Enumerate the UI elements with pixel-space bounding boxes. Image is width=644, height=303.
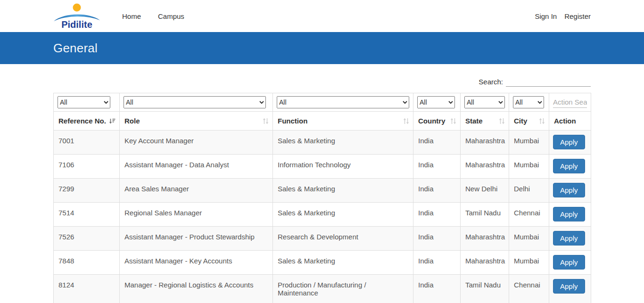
cell-city: Delhi xyxy=(509,179,549,203)
cell-country: India xyxy=(413,203,461,227)
job-row: 7526 Assistant Manager - Product Steward… xyxy=(54,227,591,251)
cell-state: Maharashtra xyxy=(461,227,509,251)
nav-home[interactable]: Home xyxy=(122,12,141,20)
cell-reference: 7001 xyxy=(54,131,120,155)
cell-function: Sales & Marketing xyxy=(273,251,413,275)
cell-reference: 7526 xyxy=(54,227,120,251)
cell-reference: 7514 xyxy=(54,203,120,227)
job-row: 8124 Manager - Regional Logistics & Acco… xyxy=(54,275,591,303)
cell-action: Apply xyxy=(549,227,591,251)
cell-country: India xyxy=(413,275,461,303)
main-content: Search: All All All All All All xyxy=(53,76,591,303)
job-row: 7299 Area Sales Manager Sales & Marketin… xyxy=(54,179,591,203)
cell-role: Assistant Manager - Key Accounts xyxy=(120,251,273,275)
column-label: Role xyxy=(124,117,140,125)
register-link[interactable]: Register xyxy=(564,12,591,20)
cell-reference: 7106 xyxy=(54,155,120,179)
hero-banner: General xyxy=(0,32,644,64)
cell-function: Research & Development xyxy=(273,227,413,251)
cell-function: Sales & Marketing xyxy=(273,179,413,203)
job-row: 7106 Assistant Manager - Data Analyst In… xyxy=(54,155,591,179)
auth-nav: Sign In Register xyxy=(535,12,591,20)
cell-city: Chennai xyxy=(509,203,549,227)
cell-role: Manager - Regional Logistics & Accounts xyxy=(120,275,273,303)
cell-country: India xyxy=(413,179,461,203)
cell-action: Apply xyxy=(549,275,591,303)
reference-filter-select[interactable]: All xyxy=(58,96,110,108)
top-header: Pidilite Home Campus Sign In Register xyxy=(0,0,644,32)
sort-both-icon xyxy=(539,118,545,124)
main-nav: Home Campus xyxy=(122,12,184,20)
sort-both-icon xyxy=(263,118,269,124)
cell-role: Area Sales Manager xyxy=(120,179,273,203)
cell-action: Apply xyxy=(549,251,591,275)
cell-country: India xyxy=(413,227,461,251)
cell-function: Information Technology xyxy=(273,155,413,179)
apply-button[interactable]: Apply xyxy=(553,231,585,246)
cell-action: Apply xyxy=(549,155,591,179)
cell-state: Tamil Nadu xyxy=(461,203,509,227)
apply-button[interactable]: Apply xyxy=(553,255,585,270)
cell-role: Assistant Manager - Data Analyst xyxy=(120,155,273,179)
job-row: 7001 Key Account Manager Sales & Marketi… xyxy=(54,131,591,155)
job-row: 7848 Assistant Manager - Key Accounts Sa… xyxy=(54,251,591,275)
cell-action: Apply xyxy=(549,131,591,155)
country-filter-select[interactable]: All xyxy=(417,96,455,108)
search-input[interactable] xyxy=(506,76,591,87)
city-filter-select[interactable]: All xyxy=(513,96,544,108)
state-filter-select[interactable]: All xyxy=(464,96,505,108)
table-header-row: Reference No. Role xyxy=(54,112,591,131)
cell-reference: 8124 xyxy=(54,275,120,303)
cell-role: Assistant Manager - Product Stewardship xyxy=(120,227,273,251)
column-header-action: Action xyxy=(549,112,591,131)
table-body: 7001 Key Account Manager Sales & Marketi… xyxy=(54,131,591,303)
column-header-city[interactable]: City xyxy=(509,112,549,131)
role-filter-select[interactable]: All xyxy=(124,96,266,108)
cell-country: India xyxy=(413,251,461,275)
apply-button[interactable]: Apply xyxy=(553,135,585,149)
job-row: 7514 Regional Sales Manager Sales & Mark… xyxy=(54,203,591,227)
column-label: City xyxy=(514,117,527,125)
sort-both-icon xyxy=(499,118,505,124)
sort-both-icon xyxy=(450,118,456,124)
cell-city: Chennai xyxy=(509,275,549,303)
column-label: State xyxy=(465,117,483,125)
cell-city: Mumbai xyxy=(509,131,549,155)
filter-row: All All All All All All xyxy=(54,93,591,112)
cell-role: Key Account Manager xyxy=(120,131,273,155)
action-search-input[interactable] xyxy=(553,97,587,108)
cell-state: Tamil Nadu xyxy=(461,275,509,303)
cell-function: Sales & Marketing xyxy=(273,203,413,227)
cell-action: Apply xyxy=(549,179,591,203)
cell-function: Production / Manufacturing / Maintenance xyxy=(273,275,413,303)
function-filter-select[interactable]: All xyxy=(277,96,409,108)
cell-country: India xyxy=(413,131,461,155)
column-label: Action xyxy=(554,117,576,125)
sort-descending-icon xyxy=(109,118,116,124)
cell-country: India xyxy=(413,155,461,179)
sort-both-icon xyxy=(403,118,409,124)
cell-city: Mumbai xyxy=(509,251,549,275)
column-header-reference[interactable]: Reference No. xyxy=(54,112,120,131)
cell-reference: 7848 xyxy=(54,251,120,275)
column-header-role[interactable]: Role xyxy=(120,112,273,131)
apply-button[interactable]: Apply xyxy=(553,207,585,221)
apply-button[interactable]: Apply xyxy=(553,279,585,294)
sign-in-link[interactable]: Sign In xyxy=(535,12,557,20)
cell-role: Regional Sales Manager xyxy=(120,203,273,227)
column-label: Reference No. xyxy=(58,117,106,125)
cell-state: Maharashtra xyxy=(461,131,509,155)
pidilite-logo[interactable]: Pidilite xyxy=(53,3,100,30)
cell-city: Mumbai xyxy=(509,227,549,251)
cell-state: Maharashtra xyxy=(461,155,509,179)
column-header-function[interactable]: Function xyxy=(273,112,413,131)
logo-text: Pidilite xyxy=(61,19,92,30)
apply-button[interactable]: Apply xyxy=(553,183,585,197)
search-row: Search: xyxy=(53,76,591,87)
page-title: General xyxy=(53,41,98,56)
nav-campus[interactable]: Campus xyxy=(158,12,184,20)
column-header-country[interactable]: Country xyxy=(413,112,461,131)
column-header-state[interactable]: State xyxy=(461,112,509,131)
column-label: Function xyxy=(278,117,307,125)
apply-button[interactable]: Apply xyxy=(553,159,585,173)
